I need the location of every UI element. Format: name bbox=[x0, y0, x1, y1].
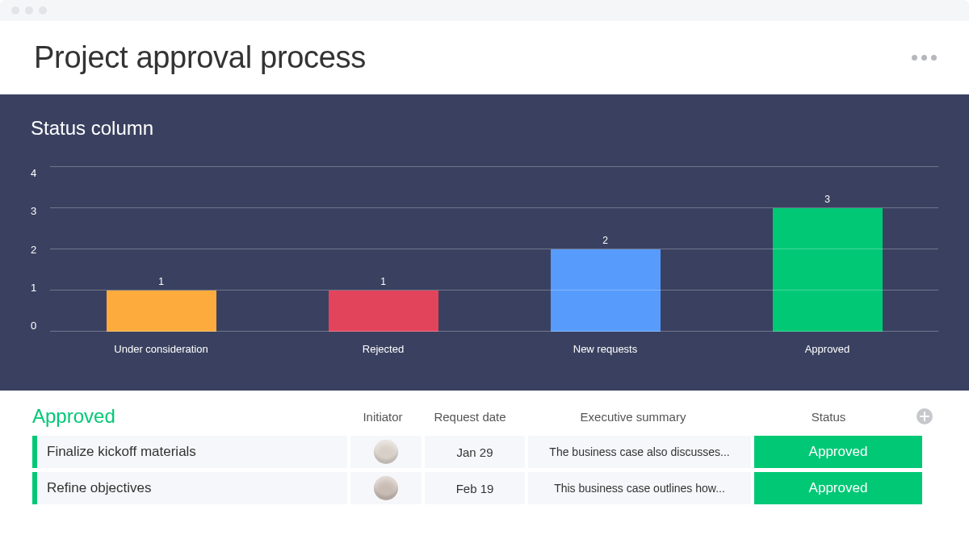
plus-icon bbox=[917, 408, 933, 424]
page-title: Project approval process bbox=[34, 40, 366, 75]
initiator-cell[interactable] bbox=[350, 472, 422, 504]
executive-summary-cell[interactable]: This business case outlines how... bbox=[528, 472, 751, 504]
bar-rect bbox=[551, 249, 661, 332]
window-chrome bbox=[0, 0, 969, 21]
gridline bbox=[50, 166, 938, 167]
gridline bbox=[50, 290, 938, 290]
add-column-button[interactable] bbox=[912, 408, 937, 424]
table-row[interactable]: Refine objectivesFeb 19This business cas… bbox=[32, 472, 937, 504]
x-tick-label: New requests bbox=[494, 343, 716, 355]
table-header-row: Approved Initiator Request date Executiv… bbox=[32, 405, 937, 428]
group-title[interactable]: Approved bbox=[32, 405, 347, 428]
chart-bar-rejected[interactable]: 1 bbox=[272, 276, 494, 332]
gridline bbox=[50, 331, 938, 332]
column-header-request-date[interactable]: Request date bbox=[418, 410, 522, 424]
chart-plot: 1123 bbox=[50, 167, 938, 332]
ellipsis-icon bbox=[921, 55, 927, 61]
request-date-cell[interactable]: Feb 19 bbox=[425, 472, 525, 504]
initiator-cell[interactable] bbox=[350, 436, 422, 468]
request-date-cell[interactable]: Jan 29 bbox=[425, 436, 525, 468]
x-tick-label: Under consideration bbox=[50, 343, 272, 355]
bar-value-label: 2 bbox=[602, 235, 608, 246]
y-tick-label: 3 bbox=[31, 205, 50, 217]
traffic-light-close[interactable] bbox=[11, 6, 19, 15]
table-row[interactable]: Finalize kickoff materialsJan 29The busi… bbox=[32, 436, 937, 468]
bar-value-label: 3 bbox=[824, 194, 830, 205]
y-tick-label: 1 bbox=[31, 282, 50, 294]
table-section: Approved Initiator Request date Executiv… bbox=[0, 391, 969, 504]
bar-value-label: 1 bbox=[380, 276, 386, 287]
gridline bbox=[50, 207, 938, 208]
ellipsis-icon bbox=[912, 55, 917, 61]
chart-bar-approved[interactable]: 3 bbox=[716, 194, 938, 332]
more-options-button[interactable] bbox=[912, 55, 937, 61]
chart-bar-new-requests[interactable]: 2 bbox=[494, 235, 716, 332]
status-cell[interactable]: Approved bbox=[754, 472, 922, 504]
chart-title: Status column bbox=[31, 117, 938, 140]
avatar bbox=[374, 440, 398, 464]
y-tick-label: 0 bbox=[31, 320, 50, 332]
y-tick-label: 2 bbox=[31, 244, 50, 256]
bar-value-label: 1 bbox=[158, 276, 164, 287]
x-tick-label: Approved bbox=[716, 343, 938, 355]
x-tick-label: Rejected bbox=[272, 343, 494, 355]
traffic-light-maximize[interactable] bbox=[39, 6, 47, 15]
status-cell[interactable]: Approved bbox=[754, 436, 922, 468]
chart-widget: Status column 43210 1123 Under considera… bbox=[0, 94, 969, 391]
page-header: Project approval process bbox=[0, 21, 969, 94]
traffic-light-minimize[interactable] bbox=[25, 6, 33, 15]
column-header-executive-summary[interactable]: Executive summary bbox=[522, 410, 745, 424]
executive-summary-cell[interactable]: The business case also discusses... bbox=[528, 436, 751, 468]
chart-bar-under-consideration[interactable]: 1 bbox=[50, 276, 272, 332]
avatar bbox=[374, 476, 398, 500]
chart-x-axis: Under considerationRejectedNew requestsA… bbox=[50, 343, 938, 355]
gridline bbox=[50, 249, 938, 249]
ellipsis-icon bbox=[931, 55, 937, 61]
chart-plot-area: 43210 1123 bbox=[31, 167, 938, 332]
y-tick-label: 4 bbox=[31, 167, 50, 179]
task-name-cell[interactable]: Refine objectives bbox=[37, 472, 347, 504]
column-header-status[interactable]: Status bbox=[745, 410, 912, 424]
column-header-initiator[interactable]: Initiator bbox=[347, 410, 418, 424]
bar-rect bbox=[107, 290, 216, 332]
bar-rect bbox=[773, 208, 883, 332]
bar-rect bbox=[329, 290, 438, 332]
task-name-cell[interactable]: Finalize kickoff materials bbox=[37, 436, 347, 468]
chart-y-axis: 43210 bbox=[31, 167, 50, 332]
